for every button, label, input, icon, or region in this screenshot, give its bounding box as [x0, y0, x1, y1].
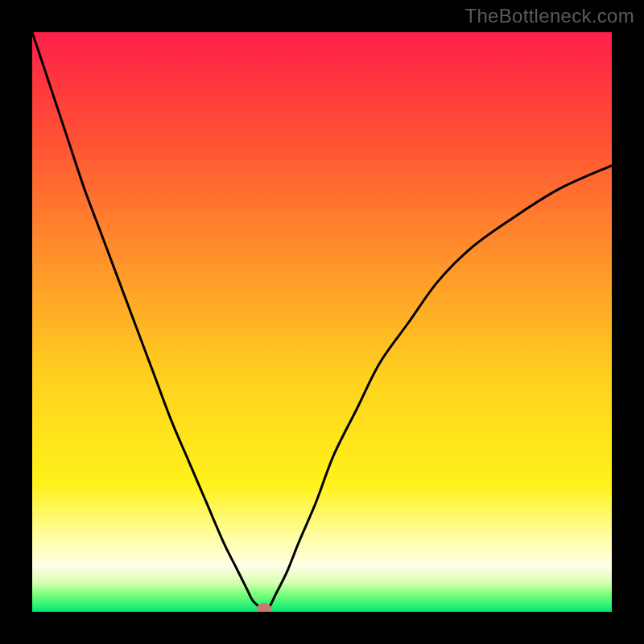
gradient-rect: [32, 32, 612, 612]
plot-area: [32, 32, 612, 612]
plot-svg: [32, 32, 612, 612]
watermark-text: TheBottleneck.com: [464, 5, 634, 27]
chart-stage: TheBottleneck.com: [0, 0, 644, 644]
